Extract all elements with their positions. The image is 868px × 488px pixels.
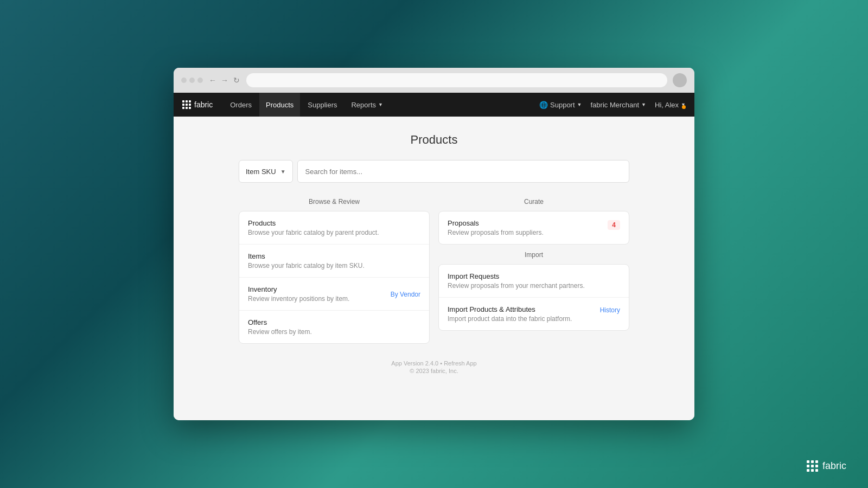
offers-item-title: Offers: [248, 318, 312, 326]
nav-right: 🌐 Support ▼ fabric Merchant ▼ Hi, Alex ▼: [539, 101, 686, 109]
merchant-chevron-icon: ▼: [641, 102, 646, 107]
app-content: fabric Orders Products Suppliers Reports…: [174, 93, 694, 420]
browser-avatar: [673, 73, 687, 87]
items-item-desc: Browse your fabric catalog by item SKU.: [248, 262, 365, 269]
dot-red: [181, 78, 187, 83]
browser-dots: [181, 78, 203, 83]
proposals-item-title: Proposals: [448, 219, 544, 227]
footer-version: App Version 2.4.0 • Refresh App: [184, 360, 684, 367]
dot-yellow: [189, 78, 195, 83]
footer: App Version 2.4.0 • Refresh App © 2023 f…: [184, 360, 684, 383]
import-requests-title: Import Requests: [448, 272, 585, 280]
proposals-badge: 4: [608, 220, 620, 230]
browser-window: ← → ↻ fabric Orders Products Suppliers: [174, 68, 694, 420]
browser-nav: ← → ↻: [208, 76, 241, 85]
refresh-button[interactable]: ↻: [232, 76, 241, 85]
items-item-title: Items: [248, 252, 365, 260]
curate-import-section: Curate Proposals Review proposals from s…: [438, 198, 629, 344]
nav-orders[interactable]: Orders: [224, 93, 258, 117]
inventory-item-title: Inventory: [248, 285, 349, 293]
cards-area: Browse & Review Products Browse your fab…: [239, 198, 629, 344]
forward-button[interactable]: →: [220, 76, 229, 85]
curate-list: Proposals Review proposals from supplier…: [438, 211, 629, 245]
nav-links: Orders Products Suppliers Reports ▼: [224, 93, 539, 117]
back-button[interactable]: ←: [208, 76, 217, 85]
nav-suppliers[interactable]: Suppliers: [301, 93, 343, 117]
user-menu-button[interactable]: Hi, Alex ▼: [655, 101, 686, 109]
products-item-title: Products: [248, 219, 379, 227]
inventory-item-desc: Review inventory positions by item.: [248, 295, 349, 303]
nav-reports[interactable]: Reports ▼: [344, 93, 389, 117]
navbar: fabric Orders Products Suppliers Reports…: [174, 93, 694, 117]
import-products-title: Import Products & Attributes: [448, 305, 572, 313]
search-input[interactable]: [297, 160, 629, 183]
browse-review-list: Products Browse your fabric catalog by p…: [239, 211, 430, 344]
main-content: Products Item SKU ▼ Browse & Review: [174, 117, 694, 420]
address-bar[interactable]: [246, 73, 667, 87]
nav-products[interactable]: Products: [259, 93, 300, 117]
support-button[interactable]: 🌐 Support ▼: [539, 101, 582, 109]
reports-chevron-icon: ▼: [378, 102, 383, 107]
curate-heading: Curate: [438, 198, 629, 206]
history-link[interactable]: History: [600, 306, 620, 314]
browse-review-heading: Browse & Review: [239, 198, 430, 206]
notification-dot: [682, 105, 686, 109]
fabric-grid-icon: [182, 100, 191, 109]
import-requests-item[interactable]: Import Requests Review proposals from yo…: [439, 265, 629, 298]
page-title: Products: [184, 133, 684, 147]
search-row: Item SKU ▼: [239, 160, 629, 183]
import-list: Import Requests Review proposals from yo…: [438, 264, 629, 331]
products-item-desc: Browse your fabric catalog by parent pro…: [248, 229, 379, 236]
proposals-item-desc: Review proposals from suppliers.: [448, 229, 544, 236]
watermark-grid-icon: [807, 460, 818, 472]
browse-review-section: Browse & Review Products Browse your fab…: [239, 198, 430, 344]
fabric-watermark: fabric: [807, 460, 846, 472]
merchant-button[interactable]: fabric Merchant ▼: [590, 101, 646, 109]
proposals-item[interactable]: Proposals Review proposals from supplier…: [439, 211, 629, 244]
offers-item[interactable]: Offers Review offers by item.: [239, 311, 429, 343]
dropdown-chevron-icon: ▼: [280, 169, 286, 175]
offers-item-desc: Review offers by item.: [248, 328, 312, 336]
brand-label: fabric: [194, 100, 213, 109]
import-requests-desc: Review proposals from your merchant part…: [448, 282, 585, 290]
dot-green: [197, 78, 203, 83]
import-products-item[interactable]: Import Products & Attributes Import prod…: [439, 298, 629, 330]
items-item[interactable]: Items Browse your fabric catalog by item…: [239, 245, 429, 278]
globe-icon: 🌐: [539, 101, 548, 109]
products-item[interactable]: Products Browse your fabric catalog by p…: [239, 211, 429, 245]
import-products-desc: Import product data into the fabric plat…: [448, 315, 572, 323]
inventory-item[interactable]: Inventory Review inventory positions by …: [239, 278, 429, 311]
footer-copyright: © 2023 fabric, Inc.: [184, 368, 684, 374]
by-vendor-link[interactable]: By Vendor: [391, 291, 420, 298]
import-heading: Import: [438, 251, 629, 259]
search-type-label: Item SKU: [246, 168, 276, 176]
watermark-label: fabric: [822, 460, 846, 472]
support-chevron-icon: ▼: [577, 102, 582, 107]
nav-brand[interactable]: fabric: [182, 100, 213, 109]
search-type-dropdown[interactable]: Item SKU ▼: [239, 160, 293, 183]
browser-chrome: ← → ↻: [174, 68, 694, 93]
